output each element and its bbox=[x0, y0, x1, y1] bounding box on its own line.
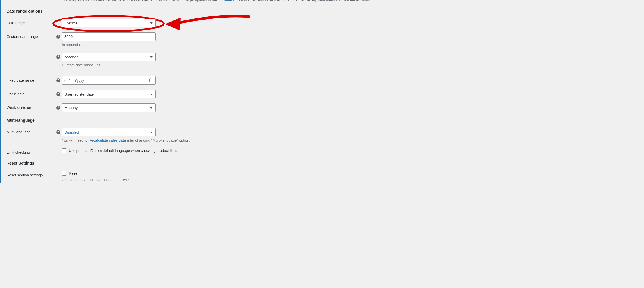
reset-hint: Check the box and save changes to reset. bbox=[62, 177, 131, 183]
recalculate-link[interactable]: Recalculate sales data bbox=[89, 138, 126, 142]
custom-unit-value: seconds bbox=[64, 55, 78, 59]
limit-checking-label: Limit checking bbox=[7, 148, 56, 155]
help-icon[interactable]: ? bbox=[56, 35, 60, 39]
help-icon[interactable]: ? bbox=[56, 130, 60, 134]
help-icon[interactable]: ? bbox=[56, 55, 60, 59]
week-starts-label: Week starts on bbox=[7, 103, 56, 110]
help-icon[interactable]: ? bbox=[56, 106, 60, 110]
multi-language-hint: You will need to Recalculate sales data … bbox=[62, 138, 190, 143]
section-title-reset-settings: Reset Settings bbox=[7, 161, 638, 166]
limit-checking-checkbox[interactable] bbox=[62, 148, 66, 153]
top-note-prefix: You may also want to disable "validate o… bbox=[62, 0, 219, 2]
section-title-date-range-options: Date range options bbox=[7, 9, 638, 14]
origin-date-label: Origin date bbox=[7, 90, 56, 97]
frontend-link[interactable]: Frontend bbox=[220, 0, 235, 2]
origin-date-value: User register date bbox=[64, 92, 94, 96]
top-helper-note: You may also want to disable "validate o… bbox=[7, 0, 638, 3]
multi-language-select[interactable]: Disabled bbox=[62, 128, 156, 136]
custom-unit-select[interactable]: seconds bbox=[62, 53, 156, 61]
fixed-date-range-label: Fixed date range bbox=[7, 76, 56, 83]
week-starts-value: Monday bbox=[64, 106, 78, 110]
reset-checkbox[interactable] bbox=[62, 171, 66, 176]
week-starts-select[interactable]: Monday bbox=[62, 103, 156, 112]
help-icon[interactable]: ? bbox=[56, 92, 60, 96]
date-range-select[interactable]: Lifetime bbox=[62, 19, 156, 27]
top-note-suffix: " section, so your customer could change… bbox=[236, 0, 371, 2]
date-range-label: Date range bbox=[7, 19, 56, 26]
custom-date-range-label: Custom date range bbox=[7, 32, 56, 39]
custom-date-range-input[interactable] bbox=[62, 32, 156, 41]
reset-section-label: Reset section settings bbox=[7, 171, 56, 178]
multi-language-label: Multi-language bbox=[7, 128, 56, 135]
custom-unit-hint: Custom date range unit. bbox=[62, 63, 156, 68]
section-title-multi-language: Multi-language bbox=[7, 118, 638, 123]
date-range-value: Lifetime bbox=[64, 21, 78, 25]
limit-checking-checkbox-label: Use product ID from default language whe… bbox=[69, 148, 178, 153]
reset-checkbox-label: Reset bbox=[69, 171, 78, 176]
custom-date-range-hint: In seconds. bbox=[62, 42, 156, 47]
fixed-date-range-input[interactable] bbox=[62, 76, 156, 85]
multi-language-value: Disabled bbox=[64, 130, 79, 134]
help-icon[interactable]: ? bbox=[56, 78, 60, 82]
origin-date-select[interactable]: User register date bbox=[62, 90, 156, 98]
